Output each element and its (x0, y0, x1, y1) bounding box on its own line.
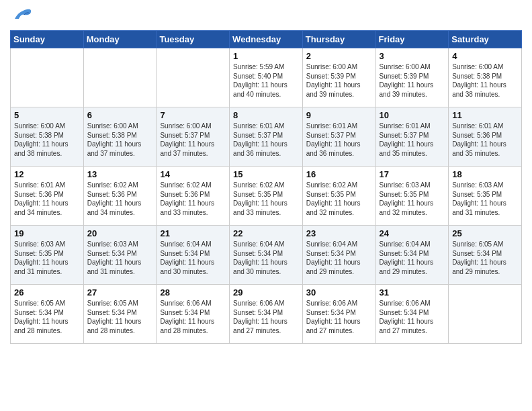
day-number: 18 (452, 169, 518, 179)
day-number: 13 (87, 169, 153, 179)
day-number: 28 (160, 287, 226, 298)
weekday-header-row: SundayMondayTuesdayWednesdayThursdayFrid… (11, 31, 522, 48)
calendar-cell: 15Sunrise: 6:02 AM Sunset: 5:35 PM Dayli… (230, 167, 303, 226)
day-number: 22 (233, 228, 299, 238)
day-info: Sunrise: 6:00 AM Sunset: 5:38 PM Dayligh… (452, 62, 518, 99)
day-info: Sunrise: 6:04 AM Sunset: 5:34 PM Dayligh… (233, 240, 299, 276)
calendar-cell: 2Sunrise: 6:00 AM Sunset: 5:39 PM Daylig… (302, 48, 375, 107)
day-info: Sunrise: 6:00 AM Sunset: 5:39 PM Dayligh… (306, 62, 372, 99)
calendar-week-row: 19Sunrise: 6:03 AM Sunset: 5:35 PM Dayli… (11, 226, 522, 285)
day-number: 5 (14, 110, 80, 120)
day-info: Sunrise: 6:06 AM Sunset: 5:34 PM Dayligh… (380, 299, 445, 335)
calendar-cell: 25Sunrise: 6:05 AM Sunset: 5:34 PM Dayli… (449, 226, 522, 285)
calendar-cell: 20Sunrise: 6:03 AM Sunset: 5:34 PM Dayli… (83, 226, 157, 285)
weekday-header-wednesday: Wednesday (230, 31, 303, 48)
day-number: 30 (306, 287, 372, 298)
logo-bird-icon (13, 7, 32, 25)
calendar-cell (11, 48, 84, 107)
day-info: Sunrise: 6:03 AM Sunset: 5:35 PM Dayligh… (452, 181, 518, 217)
calendar-cell (449, 285, 522, 344)
calendar-cell: 29Sunrise: 6:06 AM Sunset: 5:34 PM Dayli… (230, 285, 303, 344)
day-info: Sunrise: 6:01 AM Sunset: 5:36 PM Dayligh… (452, 122, 518, 158)
calendar-cell: 24Sunrise: 6:04 AM Sunset: 5:34 PM Dayli… (375, 226, 449, 285)
header (10, 7, 522, 25)
calendar-cell: 28Sunrise: 6:06 AM Sunset: 5:34 PM Dayli… (157, 285, 230, 344)
day-number: 1 (233, 51, 299, 61)
calendar-cell: 4Sunrise: 6:00 AM Sunset: 5:38 PM Daylig… (449, 48, 522, 107)
calendar-cell: 7Sunrise: 6:00 AM Sunset: 5:37 PM Daylig… (157, 107, 230, 167)
day-number: 17 (380, 169, 445, 179)
day-number: 31 (380, 287, 445, 298)
day-number: 23 (306, 228, 372, 238)
calendar-cell: 21Sunrise: 6:04 AM Sunset: 5:34 PM Dayli… (157, 226, 230, 285)
day-info: Sunrise: 6:00 AM Sunset: 5:38 PM Dayligh… (14, 122, 80, 158)
day-info: Sunrise: 6:03 AM Sunset: 5:35 PM Dayligh… (14, 240, 80, 276)
day-number: 7 (160, 110, 226, 120)
day-info: Sunrise: 6:01 AM Sunset: 5:36 PM Dayligh… (14, 181, 80, 217)
calendar-cell: 17Sunrise: 6:03 AM Sunset: 5:35 PM Dayli… (375, 167, 449, 226)
calendar-cell: 11Sunrise: 6:01 AM Sunset: 5:36 PM Dayli… (449, 107, 522, 167)
day-info: Sunrise: 6:04 AM Sunset: 5:34 PM Dayligh… (306, 240, 372, 276)
calendar-week-row: 12Sunrise: 6:01 AM Sunset: 5:36 PM Dayli… (11, 167, 522, 226)
day-info: Sunrise: 6:00 AM Sunset: 5:39 PM Dayligh… (380, 62, 445, 99)
calendar-cell: 23Sunrise: 6:04 AM Sunset: 5:34 PM Dayli… (302, 226, 375, 285)
day-number: 16 (306, 169, 372, 179)
day-info: Sunrise: 6:02 AM Sunset: 5:35 PM Dayligh… (233, 181, 299, 217)
day-info: Sunrise: 6:06 AM Sunset: 5:34 PM Dayligh… (233, 299, 299, 335)
day-info: Sunrise: 6:05 AM Sunset: 5:34 PM Dayligh… (87, 299, 153, 335)
day-number: 6 (87, 110, 153, 120)
day-info: Sunrise: 6:06 AM Sunset: 5:34 PM Dayligh… (306, 299, 372, 335)
day-info: Sunrise: 6:05 AM Sunset: 5:34 PM Dayligh… (14, 299, 80, 335)
day-info: Sunrise: 6:02 AM Sunset: 5:36 PM Dayligh… (87, 181, 153, 217)
day-info: Sunrise: 6:02 AM Sunset: 5:36 PM Dayligh… (160, 181, 226, 217)
day-number: 25 (452, 228, 518, 238)
logo (10, 7, 32, 25)
main-container: SundayMondayTuesdayWednesdayThursdayFrid… (0, 0, 532, 354)
day-info: Sunrise: 6:02 AM Sunset: 5:35 PM Dayligh… (306, 181, 372, 217)
calendar-cell: 3Sunrise: 6:00 AM Sunset: 5:39 PM Daylig… (375, 48, 449, 107)
day-number: 21 (160, 228, 226, 238)
day-info: Sunrise: 6:04 AM Sunset: 5:34 PM Dayligh… (160, 240, 226, 276)
calendar-cell: 16Sunrise: 6:02 AM Sunset: 5:35 PM Dayli… (302, 167, 375, 226)
calendar-cell: 1Sunrise: 5:59 AM Sunset: 5:40 PM Daylig… (230, 48, 303, 107)
calendar-cell: 9Sunrise: 6:01 AM Sunset: 5:37 PM Daylig… (302, 107, 375, 167)
calendar-cell: 6Sunrise: 6:00 AM Sunset: 5:38 PM Daylig… (83, 107, 157, 167)
weekday-header-monday: Monday (83, 31, 157, 48)
day-info: Sunrise: 6:00 AM Sunset: 5:37 PM Dayligh… (160, 122, 226, 158)
day-number: 29 (233, 287, 299, 298)
calendar-cell: 22Sunrise: 6:04 AM Sunset: 5:34 PM Dayli… (230, 226, 303, 285)
weekday-header-friday: Friday (375, 31, 449, 48)
calendar-cell: 10Sunrise: 6:01 AM Sunset: 5:37 PM Dayli… (375, 107, 449, 167)
day-number: 9 (306, 110, 372, 120)
day-info: Sunrise: 6:01 AM Sunset: 5:37 PM Dayligh… (306, 122, 372, 158)
day-number: 26 (14, 287, 80, 298)
calendar-week-row: 1Sunrise: 5:59 AM Sunset: 5:40 PM Daylig… (11, 48, 522, 107)
day-info: Sunrise: 6:01 AM Sunset: 5:37 PM Dayligh… (380, 122, 445, 158)
day-number: 10 (380, 110, 445, 120)
day-number: 4 (452, 51, 518, 61)
day-info: Sunrise: 6:04 AM Sunset: 5:34 PM Dayligh… (380, 240, 445, 276)
day-info: Sunrise: 6:03 AM Sunset: 5:35 PM Dayligh… (380, 181, 445, 217)
calendar-cell (83, 48, 157, 107)
day-number: 15 (233, 169, 299, 179)
day-info: Sunrise: 6:06 AM Sunset: 5:34 PM Dayligh… (160, 299, 226, 335)
day-info: Sunrise: 6:00 AM Sunset: 5:38 PM Dayligh… (87, 122, 153, 158)
calendar-cell: 18Sunrise: 6:03 AM Sunset: 5:35 PM Dayli… (449, 167, 522, 226)
day-number: 14 (160, 169, 226, 179)
day-number: 19 (14, 228, 80, 238)
day-number: 20 (87, 228, 153, 238)
day-number: 12 (14, 169, 80, 179)
day-number: 27 (87, 287, 153, 298)
calendar-cell: 26Sunrise: 6:05 AM Sunset: 5:34 PM Dayli… (11, 285, 84, 344)
weekday-header-thursday: Thursday (302, 31, 375, 48)
calendar-cell (157, 48, 230, 107)
calendar-cell: 27Sunrise: 6:05 AM Sunset: 5:34 PM Dayli… (83, 285, 157, 344)
calendar-cell: 5Sunrise: 6:00 AM Sunset: 5:38 PM Daylig… (11, 107, 84, 167)
calendar-table: SundayMondayTuesdayWednesdayThursdayFrid… (10, 30, 522, 344)
calendar-week-row: 26Sunrise: 6:05 AM Sunset: 5:34 PM Dayli… (11, 285, 522, 344)
calendar-cell: 8Sunrise: 6:01 AM Sunset: 5:37 PM Daylig… (230, 107, 303, 167)
day-number: 8 (233, 110, 299, 120)
calendar-cell: 19Sunrise: 6:03 AM Sunset: 5:35 PM Dayli… (11, 226, 84, 285)
weekday-header-tuesday: Tuesday (157, 31, 230, 48)
weekday-header-sunday: Sunday (11, 31, 84, 48)
